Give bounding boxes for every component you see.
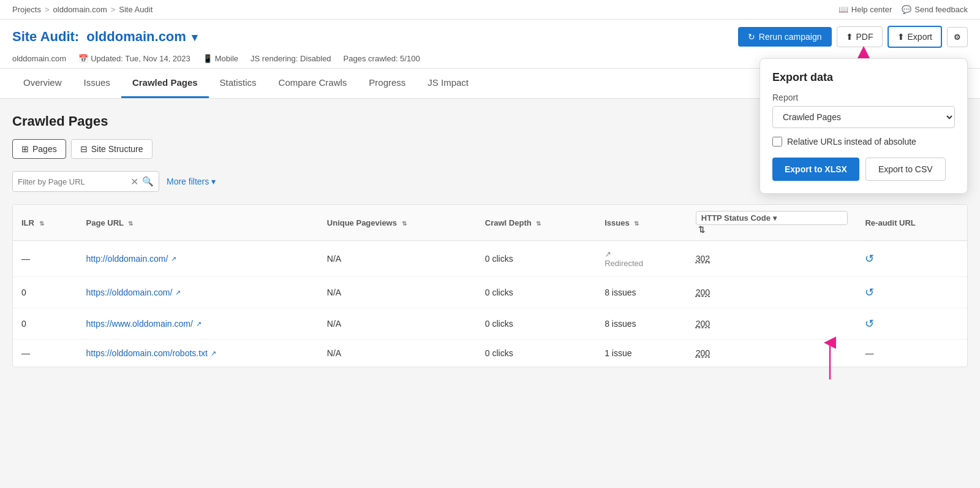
rerun-icon: ↻: [748, 32, 755, 42]
breadcrumb-current: Site Audit: [119, 5, 153, 14]
pdf-icon: ⬆: [846, 32, 853, 42]
status-code-value[interactable]: 200: [696, 319, 710, 329]
meta-domain: olddomain.com: [12, 54, 66, 63]
top-bar-right: 📖 Help center 💬 Send feedback: [839, 5, 968, 14]
sort-icon-pageviews: ⇅: [402, 220, 407, 227]
breadcrumb-sep1: >: [45, 5, 50, 14]
export-popup-title: Export data: [772, 71, 955, 84]
export-button[interactable]: ⬆ Export: [888, 26, 942, 48]
tab-statistics[interactable]: Statistics: [209, 69, 268, 98]
meta-updated: 📅 Updated: Tue, Nov 14, 2023: [78, 54, 190, 63]
col-header-status-code[interactable]: HTTP Status Code ▾ ⇅: [687, 205, 857, 241]
export-xlsx-button[interactable]: Export to XLSX: [772, 158, 859, 181]
sort-icon-url: ⇅: [128, 220, 133, 227]
cell-status: 200: [687, 277, 857, 308]
status-code-value[interactable]: 200: [696, 348, 710, 358]
col-header-page-url[interactable]: Page URL ⇅: [78, 205, 318, 241]
tab-js-impact[interactable]: JS Impact: [417, 69, 480, 98]
table-row: — https://olddomain.com/robots.txt ↗ N/A…: [13, 340, 967, 367]
export-csv-button[interactable]: Export to CSV: [865, 158, 946, 181]
title-bar: Site Audit: olddomain.com ▾ ↻ Rerun camp…: [0, 20, 980, 51]
status-code-value[interactable]: 200: [696, 288, 710, 297]
filter-url-input[interactable]: [18, 177, 127, 186]
meta-js-rendering: JS rendering: Disabled: [251, 54, 331, 63]
cell-depth: 0 clicks: [477, 241, 596, 277]
more-filters-button[interactable]: More filters ▾: [167, 177, 216, 186]
breadcrumb-domain[interactable]: olddomain.com: [53, 5, 107, 14]
breadcrumb-sep2: >: [111, 5, 116, 14]
title-right: ↻ Rerun campaign ⬆ PDF ⬆ Export ⚙: [738, 26, 968, 48]
breadcrumb: Projects > olddomain.com > Site Audit: [12, 5, 153, 14]
col-header-crawl-depth[interactable]: Crawl Depth ⇅: [477, 205, 596, 241]
tab-progress[interactable]: Progress: [358, 69, 417, 98]
domain-dropdown-icon[interactable]: ▾: [192, 31, 197, 44]
breadcrumb-projects[interactable]: Projects: [12, 5, 41, 14]
page-url-link[interactable]: http://olddomain.com/ ↗: [86, 254, 310, 264]
chevron-down-icon: ▾: [211, 177, 216, 186]
cell-url: https://www.olddomain.com/ ↗: [78, 308, 318, 340]
relative-urls-label: Relative URLs instead of absolute: [787, 137, 916, 147]
tab-compare-crawls[interactable]: Compare Crawls: [268, 69, 358, 98]
title-left: Site Audit: olddomain.com ▾: [12, 29, 197, 45]
sort-icon-depth: ⇅: [536, 220, 541, 227]
domain-title[interactable]: olddomain.com: [86, 29, 186, 44]
cell-pageviews: N/A: [318, 277, 477, 308]
relative-urls-checkbox-row: Relative URLs instead of absolute: [772, 137, 955, 147]
external-link-icon: ↗: [196, 320, 202, 328]
send-feedback-link[interactable]: 💬 Send feedback: [902, 5, 968, 14]
relative-urls-checkbox[interactable]: [772, 137, 782, 147]
settings-icon: ⚙: [954, 32, 961, 42]
report-select[interactable]: Crawled Pages Issues Statistics: [772, 106, 955, 128]
sort-icon-status[interactable]: ⇅: [698, 225, 705, 234]
external-link-icon: ↗: [171, 255, 176, 263]
external-link-icon: ↗: [211, 349, 216, 357]
clear-filter-icon[interactable]: ✕: [130, 176, 138, 188]
pages-icon: ⊞: [21, 144, 29, 154]
settings-button[interactable]: ⚙: [947, 27, 968, 47]
site-structure-icon: ⊟: [80, 144, 88, 154]
cell-ilr: —: [13, 241, 78, 277]
status-code-dropdown[interactable]: HTTP Status Code ▾: [696, 211, 848, 225]
col-header-unique-pageviews[interactable]: Unique Pageviews ⇅: [318, 205, 477, 241]
cell-url: https://olddomain.com/robots.txt ↗: [78, 340, 318, 367]
re-audit-button[interactable]: ↺: [865, 286, 874, 299]
col-header-ilr[interactable]: ILR ⇅: [13, 205, 78, 241]
calendar-icon: 📅: [78, 54, 88, 63]
pages-view-button[interactable]: ⊞ Pages: [12, 139, 66, 159]
cell-status: 302: [687, 241, 857, 277]
page-url-link[interactable]: https://olddomain.com/robots.txt ↗: [86, 348, 310, 358]
filter-input-wrap: ✕ 🔍: [12, 171, 159, 192]
pdf-button[interactable]: ⬆ PDF: [837, 26, 883, 47]
sort-icon-issues: ⇅: [634, 220, 639, 227]
sort-icon-ilr: ⇅: [39, 220, 44, 227]
site-structure-view-button[interactable]: ⊟ Site Structure: [71, 139, 153, 159]
help-center-link[interactable]: 📖 Help center: [839, 5, 892, 14]
tab-overview[interactable]: Overview: [12, 69, 73, 98]
search-icon[interactable]: 🔍: [142, 176, 154, 187]
cell-reaudit: ↺: [856, 308, 967, 340]
tab-crawled-pages[interactable]: Crawled Pages: [121, 69, 209, 98]
cell-ilr: 0: [13, 308, 78, 340]
export-icon: ⬆: [897, 32, 905, 42]
page-url-link[interactable]: https://www.olddomain.com/ ↗: [86, 319, 310, 329]
cell-issues: 8 issues: [596, 308, 687, 340]
status-code-value[interactable]: 302: [696, 254, 710, 264]
main-content: Crawled Pages ⊞ Pages ⊟ Site Structure ✕…: [0, 99, 980, 405]
cell-url: http://olddomain.com/ ↗: [78, 241, 318, 277]
cell-depth: 0 clicks: [477, 340, 596, 367]
cell-url: https://olddomain.com/ ↗: [78, 277, 318, 308]
tab-issues[interactable]: Issues: [73, 69, 121, 98]
page-url-link[interactable]: https://olddomain.com/ ↗: [86, 288, 310, 297]
re-audit-button[interactable]: ↺: [865, 317, 874, 330]
cell-reaudit: —: [856, 340, 967, 367]
table-row: 0 https://olddomain.com/ ↗ N/A 0 clicks …: [13, 277, 967, 308]
book-icon: 📖: [839, 5, 848, 14]
cell-depth: 0 clicks: [477, 277, 596, 308]
table-header-row: ILR ⇅ Page URL ⇅ Unique Pageviews ⇅ Craw…: [13, 205, 967, 241]
external-link-icon: ↗: [175, 289, 181, 297]
re-audit-button[interactable]: ↺: [865, 252, 874, 265]
col-header-issues[interactable]: Issues ⇅: [596, 205, 687, 241]
rerun-campaign-button[interactable]: ↻ Rerun campaign: [738, 27, 832, 47]
cell-pageviews: N/A: [318, 241, 477, 277]
mobile-icon: 📱: [203, 54, 213, 63]
